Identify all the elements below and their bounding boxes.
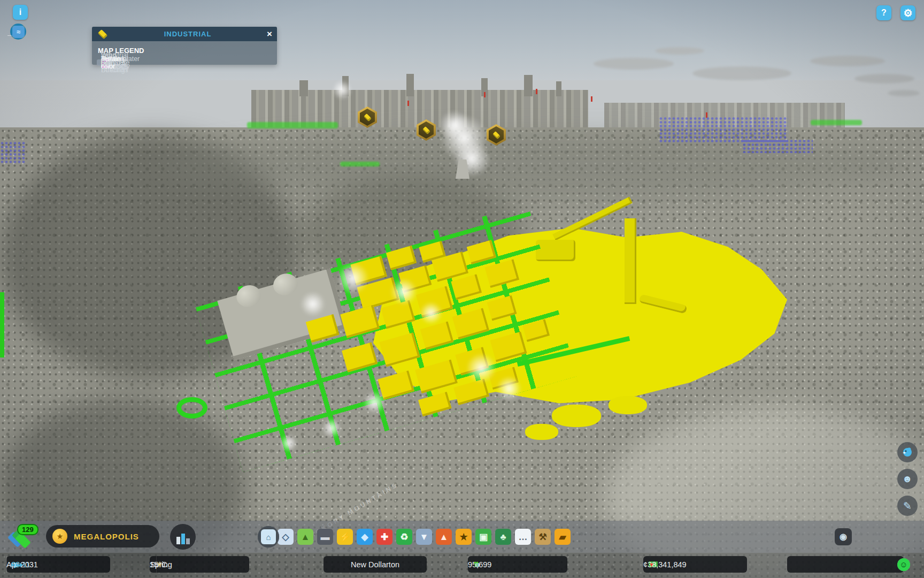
electricity-icon[interactable]: ⚡ (337, 529, 353, 545)
garbage-icon[interactable]: ♻ (396, 529, 412, 545)
help-button[interactable]: ? (876, 5, 891, 20)
money-pill[interactable]: ¢38,341,849 ▼ (643, 556, 747, 573)
happiness-face: ☺ (897, 558, 910, 571)
level-badge: 129 (17, 524, 38, 535)
healthcare-icon[interactable]: ✚ (376, 529, 392, 545)
city-name-pill[interactable]: New Dollarton (324, 556, 427, 573)
milestone-pill[interactable]: ★ MEGALOPOLIS (46, 525, 159, 547)
population-pill[interactable]: ☻ 95,699 ⇈ (468, 556, 567, 573)
notes-icon: ✎ (903, 500, 912, 512)
close-icon[interactable]: × (267, 29, 272, 40)
vignette (0, 0, 924, 578)
bulldozer-icon[interactable]: ▰ (555, 529, 571, 545)
speed-controls[interactable]: ▶▶▶ (6, 562, 29, 567)
main-toolbar: 129 ★ MEGALOPOLIS ◇▲▬⚡◆✚♻▼▲★▣♣…⚒▰¢❖⌂ ◉ (0, 521, 924, 553)
population-trend-icon: ⇈ (468, 560, 484, 568)
city-overview-button[interactable]: ⌂ (258, 526, 279, 547)
parks-recreation-icon[interactable]: ♣ (495, 529, 511, 545)
time-controls: ▶ 08:11 Apr 2031 ▶▶▶ (6, 556, 110, 573)
journal-button[interactable]: ✎ (897, 496, 918, 516)
water-pollution-icon[interactable]: ≈ (12, 26, 25, 38)
photo-mode-button[interactable]: ◉ (835, 528, 852, 545)
industrial-zone-icon (97, 28, 109, 40)
cities-skylines-2-screen: HICKORY MOUNTAINS i ? ⚙ ▬▣⚡◆✚♻▲⚒★⌂▼▣✉…♣▮… (0, 0, 924, 578)
infoview-row: ▲▬∩≈ (7, 28, 17, 36)
construction-tools: ◇▲▬⚡◆✚♻▼▲★▣♣…⚒▰¢❖⌂ (258, 529, 571, 545)
chirper-button[interactable] (897, 442, 918, 462)
citizens-button[interactable]: ☻ (897, 469, 918, 489)
person-icon: ☻ (902, 473, 913, 485)
communications-icon[interactable]: … (515, 529, 531, 545)
fire-rescue-icon[interactable]: ▲ (436, 529, 452, 545)
bird-icon (902, 446, 913, 458)
city-progress-icon[interactable] (170, 524, 196, 550)
season: Spring (150, 560, 172, 569)
police-icon[interactable]: ★ (456, 529, 472, 545)
info-button[interactable]: i (13, 5, 28, 20)
legend-row: Wind Speed & DirectionTerrain color✓LowH… (97, 59, 105, 66)
settings-button[interactable]: ⚙ (900, 5, 915, 20)
city-overview-icon[interactable]: ⌂ (261, 529, 276, 544)
legend-title: INDUSTRIAL (109, 30, 267, 38)
city-level[interactable]: 129 (7, 524, 37, 550)
legend-header[interactable]: INDUSTRIAL × (92, 27, 277, 41)
money-trend-icon: ▼ (643, 561, 660, 568)
milestone-name: MEGALOPOLIS (74, 532, 139, 541)
terraforming-icon[interactable]: ⚒ (535, 529, 551, 545)
game-viewport[interactable]: HICKORY MOUNTAINS (0, 0, 924, 578)
education-icon[interactable]: ▼ (416, 529, 432, 545)
map-legend-panel: INDUSTRIAL × MAP LEGEND Industrial Build… (92, 27, 277, 65)
happiness-pill[interactable]: ☺☺☺☺☺ (787, 556, 904, 573)
city-name: New Dollarton (351, 560, 399, 569)
status-bar: ▶ 08:11 Apr 2031 ▶▶▶ ☀ 15°C Spring New D… (0, 553, 924, 578)
trophy-icon: ★ (52, 529, 67, 544)
weather-pill[interactable]: ☀ 15°C Spring (150, 556, 249, 573)
public-transport-icon[interactable]: ▣ (475, 529, 491, 545)
water-sewage-icon[interactable]: ◆ (357, 529, 373, 545)
